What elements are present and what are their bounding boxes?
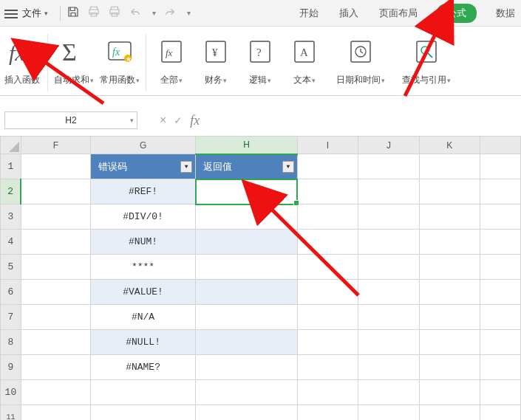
filter-dropdown-icon[interactable]: ▼ <box>282 161 294 173</box>
cell[interactable] <box>358 305 419 330</box>
cell[interactable] <box>419 330 480 355</box>
cell[interactable]: #N/A <box>90 305 195 330</box>
cell[interactable] <box>196 204 298 230</box>
name-box[interactable]: H2 ▾ <box>4 111 137 129</box>
cell[interactable] <box>358 330 419 355</box>
cell[interactable] <box>21 154 90 179</box>
cell[interactable] <box>419 230 480 255</box>
cell[interactable] <box>297 280 358 305</box>
selected-cell[interactable] <box>196 179 298 204</box>
cell[interactable] <box>358 280 419 305</box>
name-box-dropdown-icon[interactable]: ▾ <box>130 117 134 124</box>
redo-icon[interactable] <box>163 5 177 21</box>
tab-home[interactable]: 开始 <box>298 4 320 23</box>
cancel-formula-button[interactable]: × <box>160 114 166 127</box>
undo-icon[interactable] <box>129 5 142 21</box>
cell[interactable] <box>21 179 90 204</box>
table-header-return-value[interactable]: 返回值 ▼ <box>196 154 298 179</box>
sheet-table[interactable]: F G H I J K 1 错误码 ▼ 返回值 ▼ <box>0 136 521 420</box>
cell[interactable] <box>21 204 90 230</box>
undo-dropdown-icon[interactable]: ▾ <box>152 9 156 17</box>
cell[interactable] <box>480 330 521 355</box>
redo-dropdown-icon[interactable]: ▾ <box>187 9 191 17</box>
cell[interactable] <box>21 355 90 380</box>
row-header[interactable]: 4 <box>1 230 21 255</box>
cell[interactable] <box>358 380 419 405</box>
cell[interactable] <box>21 255 90 280</box>
cell[interactable] <box>196 405 298 421</box>
logic-fn-button[interactable]: ? 逻辑▾ <box>238 30 282 86</box>
cell[interactable] <box>358 405 419 421</box>
cell[interactable] <box>196 280 298 305</box>
tab-formula[interactable]: 公式 <box>437 4 477 23</box>
cell[interactable] <box>196 230 298 255</box>
row-header[interactable]: 5 <box>1 255 21 280</box>
cell[interactable] <box>480 380 521 405</box>
cell[interactable] <box>419 280 480 305</box>
row-header[interactable]: 3 <box>1 204 21 230</box>
col-header-H[interactable]: H <box>196 137 298 154</box>
cell[interactable] <box>297 179 358 204</box>
tab-layout[interactable]: 页面布局 <box>378 4 419 23</box>
cell[interactable] <box>196 330 298 355</box>
cell[interactable] <box>297 204 358 230</box>
cell[interactable] <box>21 305 90 330</box>
cell[interactable] <box>419 305 480 330</box>
cell[interactable] <box>419 355 480 380</box>
cell[interactable] <box>358 204 419 230</box>
cell[interactable] <box>419 255 480 280</box>
finance-fn-button[interactable]: ¥ 财务▾ <box>194 30 238 86</box>
text-fn-button[interactable]: A 文本▾ <box>282 30 327 86</box>
cell[interactable] <box>90 405 195 421</box>
select-all-corner[interactable] <box>1 137 21 154</box>
tab-insert[interactable]: 插入 <box>338 4 360 23</box>
cell[interactable] <box>480 230 521 255</box>
col-header-G[interactable]: G <box>90 137 195 154</box>
cell[interactable] <box>480 154 521 179</box>
col-header-I[interactable]: I <box>297 137 358 154</box>
row-header[interactable]: 1 <box>1 154 21 179</box>
table-header-error-code[interactable]: 错误码 ▼ <box>90 154 195 179</box>
fx-button[interactable]: fx <box>190 113 200 128</box>
cell[interactable] <box>21 280 90 305</box>
cell[interactable] <box>21 330 90 355</box>
cell[interactable] <box>480 280 521 305</box>
autosum-button[interactable]: Σ 自动求和▾ <box>51 30 97 86</box>
cell[interactable] <box>358 154 419 179</box>
lookup-fn-button[interactable]: 查找与引用▾ <box>395 30 458 86</box>
cell[interactable] <box>21 230 90 255</box>
col-header-K[interactable]: K <box>419 137 480 154</box>
print-icon[interactable] <box>108 5 121 21</box>
cell[interactable] <box>297 330 358 355</box>
cell[interactable] <box>480 355 521 380</box>
tab-data[interactable]: 数据 <box>494 4 517 23</box>
accept-formula-button[interactable]: ✓ <box>174 114 183 126</box>
cell[interactable] <box>196 355 298 380</box>
file-menu[interactable]: 文件 <box>22 7 41 20</box>
cell[interactable] <box>480 405 521 421</box>
row-header[interactable]: 10 <box>1 380 21 405</box>
cell[interactable] <box>297 355 358 380</box>
cell[interactable] <box>90 380 195 405</box>
cell[interactable] <box>196 255 298 280</box>
row-header[interactable]: 8 <box>1 330 21 355</box>
cell[interactable] <box>480 204 521 230</box>
row-header[interactable]: 9 <box>1 355 21 380</box>
cell[interactable] <box>196 305 298 330</box>
cell[interactable] <box>358 355 419 380</box>
cell[interactable]: #DIV/0! <box>90 204 195 230</box>
row-header[interactable]: 11 <box>1 405 21 421</box>
cell[interactable] <box>196 380 298 405</box>
row-header[interactable]: 6 <box>1 280 21 305</box>
cell[interactable] <box>358 255 419 280</box>
cell[interactable] <box>358 230 419 255</box>
cell[interactable]: #NULL! <box>90 330 195 355</box>
cell[interactable] <box>480 255 521 280</box>
col-header-overflow[interactable] <box>480 137 521 154</box>
cell[interactable] <box>297 305 358 330</box>
hamburger-icon[interactable] <box>4 8 18 18</box>
file-menu-dropdown-icon[interactable]: ▾ <box>44 10 48 17</box>
col-header-F[interactable]: F <box>21 137 90 154</box>
cell[interactable] <box>297 255 358 280</box>
row-header[interactable]: 7 <box>1 305 21 330</box>
